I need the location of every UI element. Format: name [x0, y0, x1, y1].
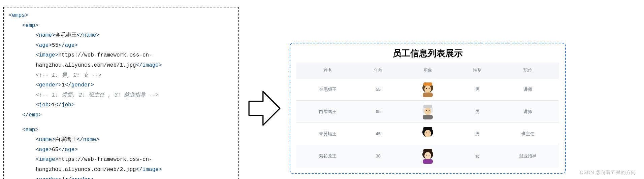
cell-job: 讲师: [497, 78, 559, 101]
cell-gender: 女: [458, 145, 497, 167]
cell-name: 金毛狮王: [296, 78, 359, 101]
col-header-name: 姓名: [296, 63, 359, 78]
svg-point-5: [429, 88, 430, 89]
svg-rect-3: [423, 93, 433, 97]
col-header-age: 年龄: [359, 63, 397, 78]
svg-rect-19: [423, 149, 432, 152]
cell-age: 65: [359, 101, 397, 123]
cell-age: 55: [359, 78, 397, 101]
xml-line: </emp>: [9, 110, 234, 120]
svg-point-4: [426, 88, 427, 89]
table-row: 金毛狮王 55 男 讲师: [296, 78, 559, 101]
employee-table: 姓名 年龄 图像 性别 职位 金毛狮王 55 男 讲师 白眉鹰王 65 男 讲: [296, 63, 559, 167]
svg-rect-7: [423, 105, 432, 108]
xml-line: <name>金毛狮王</name>: [9, 31, 234, 41]
svg-rect-15: [423, 137, 433, 142]
xml-line: <gender>1</gender>: [9, 175, 234, 179]
cell-age: 45: [359, 123, 397, 145]
avatar-icon: [419, 103, 436, 120]
cell-image: [397, 101, 458, 123]
svg-point-17: [429, 133, 430, 134]
cell-gender: 男: [458, 101, 497, 123]
cell-job: 班主任: [497, 123, 559, 145]
watermark: CSDN @向着五星的方向: [580, 169, 636, 176]
xml-line: <age>65</age>: [9, 145, 234, 155]
svg-rect-1: [423, 82, 432, 86]
cell-name: 白眉鹰王: [296, 101, 359, 123]
avatar-icon: [419, 147, 436, 165]
table-title: 员工信息列表展示: [296, 47, 559, 59]
svg-point-22: [426, 155, 427, 156]
cell-job: 讲师: [497, 101, 559, 123]
xml-line: <gender>1</gender>: [9, 80, 234, 91]
avatar-icon: [419, 125, 436, 143]
svg-point-8: [424, 108, 431, 115]
cell-image: [397, 145, 458, 167]
svg-point-11: [429, 110, 430, 111]
cell-name: 青翼蝠王: [296, 123, 359, 145]
arrow-icon: [248, 88, 281, 129]
svg-rect-9: [423, 115, 433, 119]
xml-line: <emp>: [9, 21, 234, 31]
table-row: 紫衫龙王 38 女 就业指导: [296, 145, 559, 167]
svg-point-16: [426, 133, 427, 134]
employee-table-panel: 员工信息列表展示 姓名 年龄 图像 性别 职位 金毛狮王 55 男 讲师 白眉鹰…: [290, 43, 566, 174]
table-row: 白眉鹰王 65 男 讲师: [296, 101, 559, 123]
cell-gender: 男: [458, 78, 497, 101]
cell-image: [397, 78, 458, 101]
xml-source-panel: <emps> <emp> <name>金毛狮王</name> <age>55</…: [3, 7, 239, 179]
table-row: 青翼蝠王 45 男 班主任: [296, 123, 559, 145]
svg-point-10: [426, 110, 427, 111]
xml-comment: <!-- 1: 男, 2: 女 -->: [9, 71, 234, 81]
col-header-job: 职位: [497, 63, 559, 78]
col-header-image: 图像: [397, 63, 458, 78]
xml-line: <name>白眉鹰王</name>: [9, 135, 234, 145]
xml-comment: <!-- 1: 讲师, 2: 班主任 , 3: 就业指导 -->: [9, 91, 234, 101]
xml-line: <image>https://web-framework.oss-cn-hang…: [9, 50, 234, 70]
svg-point-2: [424, 85, 431, 93]
cell-name: 紫衫龙王: [296, 145, 359, 167]
svg-point-14: [424, 130, 431, 137]
cell-image: [397, 123, 458, 145]
xml-line: <emp>: [9, 125, 234, 135]
xml-line: <emps>: [9, 11, 234, 21]
xml-line: <age>55</age>: [9, 41, 234, 51]
avatar-icon: [419, 80, 436, 98]
cell-gender: 男: [458, 123, 497, 145]
xml-line: <job>1</job>: [9, 100, 234, 110]
cell-job: 就业指导: [497, 145, 559, 167]
svg-point-20: [424, 152, 431, 159]
svg-rect-21: [423, 159, 433, 164]
table-header-row: 姓名 年龄 图像 性别 职位: [296, 63, 559, 78]
xml-line: <image>https://web-framework.oss-cn-hang…: [9, 155, 234, 175]
svg-point-23: [429, 155, 430, 156]
cell-age: 38: [359, 145, 397, 167]
col-header-gender: 性别: [458, 63, 497, 78]
svg-rect-13: [423, 127, 432, 130]
